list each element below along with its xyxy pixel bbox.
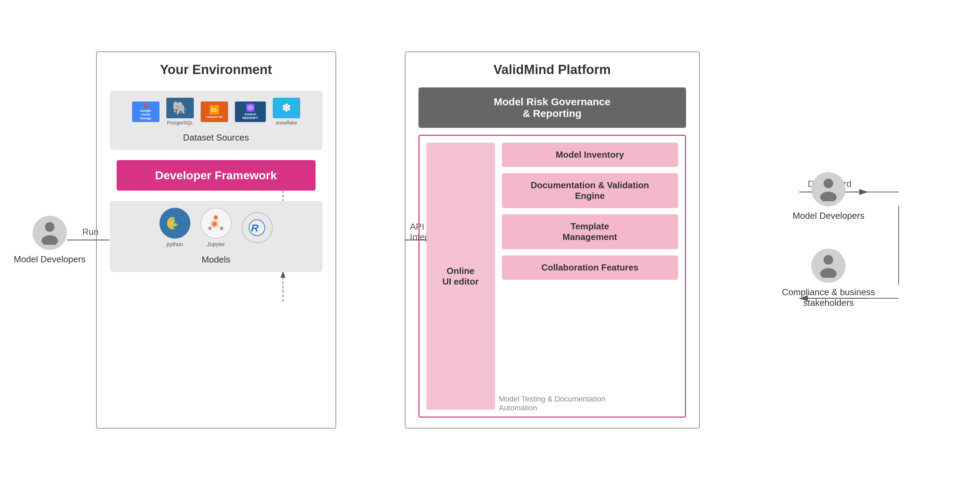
right-person-top-label: Model Developers — [793, 210, 865, 221]
governance-label: Model Risk Governance& Reporting — [494, 96, 611, 119]
right-person-bottom: Compliance & businessstakeholders — [782, 249, 875, 308]
amazon-s3-logo: S3 Amazon S3 — [200, 102, 228, 122]
dataset-sources-label: Dataset Sources — [183, 132, 249, 143]
template-mgmt-box: TemplateManagement — [502, 214, 678, 249]
google-cloud-logo: GoogleCloudStorage — [132, 102, 159, 122]
developer-framework-label: Developer Framework — [155, 169, 277, 182]
svg-point-29 — [220, 227, 223, 230]
right-person-bottom-label: Compliance & businessstakeholders — [782, 287, 875, 308]
postgresql-logo: 🐘 PostgreSQL — [166, 98, 194, 126]
svg-point-35 — [824, 255, 833, 265]
amazon-redshift-logo: AmazonREDSHIFT — [235, 102, 266, 122]
dataset-sources-box: GoogleCloudStorage 🐘 PostgreSQL S3 — [110, 91, 323, 150]
left-person-label: Model Developers — [14, 254, 86, 265]
svg-text:R: R — [251, 222, 259, 234]
model-inventory-box: Model Inventory — [502, 143, 678, 167]
svg-text:🐍: 🐍 — [169, 218, 179, 227]
ui-editor-box: OnlineUI editor — [426, 143, 495, 410]
svg-point-33 — [824, 179, 833, 188]
collab-features-box: Collaboration Features — [502, 256, 678, 280]
svg-point-34 — [820, 192, 837, 201]
r-logo: R — [242, 212, 273, 243]
governance-box: Model Risk Governance& Reporting — [418, 87, 686, 128]
svg-text:S3: S3 — [211, 107, 217, 113]
collab-features-label: Collaboration Features — [541, 262, 638, 273]
models-label: Models — [202, 254, 231, 265]
doc-validation-box: Documentation & ValidationEngine — [502, 173, 678, 208]
developer-framework-box: Developer Framework — [117, 160, 316, 191]
python-logo: 🐍 python — [159, 208, 190, 248]
validmind-title: ValidMind Platform — [493, 62, 611, 77]
models-box: 🐍 python ◉ — [110, 201, 323, 272]
svg-rect-19 — [145, 105, 147, 106]
model-logos: 🐍 python ◉ — [159, 208, 273, 248]
right-person-bottom-avatar — [811, 249, 846, 283]
right-persons: Model Developers Compliance & businessst… — [782, 172, 875, 308]
doc-validation-label: Documentation & ValidationEngine — [531, 180, 649, 201]
left-person: Model Developers — [14, 216, 86, 265]
template-mgmt-label: TemplateManagement — [563, 221, 617, 242]
right-person-top: Model Developers — [793, 172, 865, 221]
left-person-avatar — [33, 216, 67, 250]
your-environment-box: Your Environment GoogleCloudStorage — [96, 51, 336, 429]
ui-editor-label: OnlineUI editor — [442, 266, 479, 287]
features-col: Model Inventory Documentation & Validati… — [502, 143, 678, 410]
automation-box: OnlineUI editor Model Inventory Document… — [418, 135, 686, 418]
svg-point-16 — [41, 235, 58, 245]
diagram-container: Run API Integration Dashboard M — [0, 0, 980, 480]
svg-text:◉: ◉ — [211, 218, 218, 228]
svg-point-36 — [820, 268, 837, 278]
your-environment-title: Your Environment — [160, 62, 272, 77]
automation-label: Model Testing & DocumentationAutomation — [499, 395, 605, 412]
right-person-top-avatar — [811, 172, 846, 207]
svg-point-15 — [45, 222, 54, 232]
dataset-logos: GoogleCloudStorage 🐘 PostgreSQL S3 — [132, 98, 300, 126]
snowflake-logo: ❄ snowflake — [273, 98, 300, 126]
jupyter-logo: ◉ Jupyter — [200, 208, 232, 248]
model-inventory-label: Model Inventory — [556, 149, 624, 160]
validmind-platform-box: ValidMind Platform Model Risk Governance… — [405, 51, 700, 429]
